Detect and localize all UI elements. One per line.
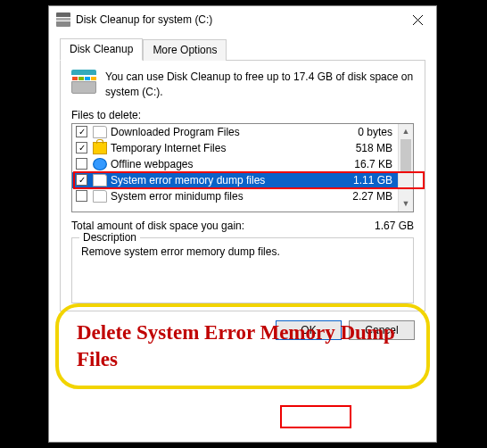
scroll-track[interactable] bbox=[399, 139, 413, 196]
file-row[interactable]: Temporary Internet Files 518 MB bbox=[72, 140, 398, 156]
file-name: Offline webpages bbox=[111, 158, 339, 170]
files-list-inner: Downloaded Program Files 0 bytes Tempora… bbox=[72, 124, 398, 212]
scroll-down-button[interactable]: ▼ bbox=[399, 196, 413, 212]
file-name: System error minidump files bbox=[111, 190, 339, 203]
file-size: 518 MB bbox=[339, 142, 394, 154]
scroll-thumb[interactable] bbox=[400, 139, 411, 171]
files-listbox[interactable]: Downloaded Program Files 0 bytes Tempora… bbox=[71, 123, 414, 212]
file-checkbox[interactable] bbox=[76, 142, 87, 153]
description-legend: Description bbox=[79, 231, 140, 244]
file-size: 0 bytes bbox=[339, 126, 394, 138]
file-checkbox[interactable] bbox=[76, 174, 87, 186]
tab-disk-cleanup[interactable]: Disk Cleanup bbox=[60, 38, 143, 61]
disk-cleanup-icon bbox=[71, 70, 96, 95]
annotation-callout: Delete System Error Memory Dump Files bbox=[55, 303, 430, 389]
annotation-callout-text: Delete System Error Memory Dump Files bbox=[77, 319, 409, 373]
file-name: System error memory dump files bbox=[111, 174, 339, 187]
total-row: Total amount of disk space you gain: 1.6… bbox=[71, 220, 414, 232]
close-icon bbox=[413, 15, 423, 25]
total-label: Total amount of disk space you gain: bbox=[71, 220, 375, 232]
description-group: Description Remove system error memory d… bbox=[71, 237, 414, 303]
file-checkbox[interactable] bbox=[76, 190, 87, 202]
file-checkbox[interactable] bbox=[76, 158, 87, 170]
window-title: Disk Cleanup for system (C:) bbox=[76, 13, 399, 26]
tab-more-options[interactable]: More Options bbox=[143, 39, 227, 61]
file-row[interactable]: System error minidump files 2.27 MB bbox=[72, 188, 398, 204]
globe-icon bbox=[93, 158, 107, 170]
lock-icon bbox=[93, 142, 107, 154]
tab-strip: Disk Cleanup More Options bbox=[60, 38, 425, 61]
info-row: You can use Disk Cleanup to free up to 1… bbox=[71, 70, 414, 100]
file-name: Downloaded Program Files bbox=[111, 126, 339, 138]
file-icon bbox=[93, 126, 107, 138]
info-text: You can use Disk Cleanup to free up to 1… bbox=[105, 70, 414, 100]
total-value: 1.67 GB bbox=[375, 220, 414, 232]
titlebar: Disk Cleanup for system (C:) bbox=[49, 6, 436, 33]
file-row-selected[interactable]: System error memory dump files 1.11 GB bbox=[72, 172, 398, 188]
scroll-up-button[interactable]: ▲ bbox=[399, 124, 413, 139]
file-checkbox[interactable] bbox=[76, 126, 87, 137]
screenshot-root: Disk Cleanup for system (C:) Disk Cleanu… bbox=[0, 0, 487, 448]
file-size: 16.7 KB bbox=[339, 158, 394, 170]
file-row[interactable]: Offline webpages 16.7 KB bbox=[72, 156, 398, 172]
file-icon bbox=[93, 174, 107, 187]
files-to-delete-label: Files to delete: bbox=[71, 109, 414, 121]
drive-icon bbox=[56, 12, 70, 27]
file-size: 2.27 MB bbox=[339, 190, 394, 203]
file-size: 1.11 GB bbox=[339, 174, 394, 187]
file-icon bbox=[93, 190, 107, 203]
file-name: Temporary Internet Files bbox=[111, 142, 339, 154]
tab-panel: You can use Disk Cleanup to free up to 1… bbox=[60, 61, 425, 311]
file-row[interactable]: Downloaded Program Files 0 bytes bbox=[72, 124, 398, 140]
scrollbar[interactable]: ▲ ▼ bbox=[398, 124, 413, 212]
description-text: Remove system error memory dump files. bbox=[81, 245, 404, 258]
close-button[interactable] bbox=[399, 7, 436, 32]
